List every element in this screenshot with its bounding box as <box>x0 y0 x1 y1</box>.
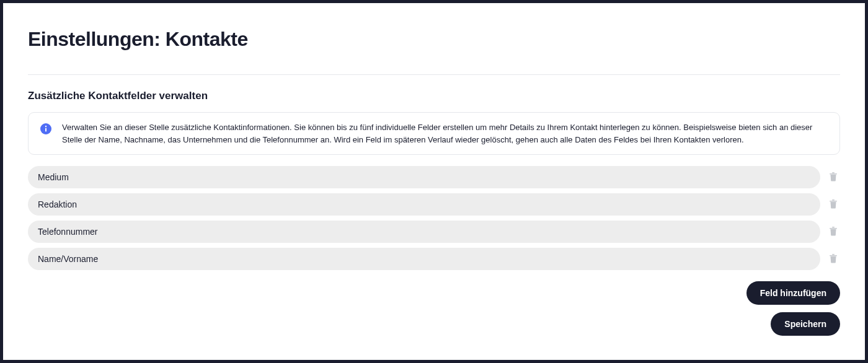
svg-rect-10 <box>832 254 835 255</box>
fields-list <box>28 166 840 270</box>
trash-icon <box>829 253 838 265</box>
page-title: Einstellungen: Kontakte <box>28 28 840 51</box>
save-button[interactable]: Speichern <box>771 312 840 336</box>
trash-icon <box>829 172 838 183</box>
trash-icon <box>829 199 838 211</box>
svg-rect-6 <box>832 199 835 201</box>
field-row <box>28 248 840 270</box>
field-row <box>28 193 840 216</box>
field-row <box>28 166 840 188</box>
delete-field-button[interactable] <box>826 169 840 186</box>
info-box: Verwalten Sie an dieser Stelle zusätzlic… <box>28 112 840 155</box>
contact-field-input[interactable] <box>28 221 820 243</box>
app-frame: Einstellungen: Kontakte Zusätzliche Kont… <box>3 3 865 360</box>
section-title: Zusätzliche Kontaktfelder verwalten <box>28 90 840 102</box>
svg-rect-5 <box>830 201 837 202</box>
info-icon <box>40 123 52 135</box>
svg-rect-7 <box>830 228 837 229</box>
svg-point-1 <box>45 126 46 127</box>
divider <box>28 74 840 75</box>
actions: Feld hinzufügen Speichern <box>28 281 840 336</box>
trash-icon <box>829 226 838 238</box>
contact-field-input[interactable] <box>28 193 820 216</box>
info-text: Verwalten Sie an dieser Stelle zusätzlic… <box>62 121 828 146</box>
svg-rect-2 <box>45 128 46 132</box>
svg-rect-4 <box>832 172 835 173</box>
contact-field-input[interactable] <box>28 166 820 188</box>
add-field-button[interactable]: Feld hinzufügen <box>746 281 840 305</box>
delete-field-button[interactable] <box>826 224 840 240</box>
svg-rect-8 <box>832 227 835 228</box>
delete-field-button[interactable] <box>826 196 840 213</box>
svg-rect-3 <box>830 173 837 175</box>
field-row <box>28 221 840 243</box>
contact-field-input[interactable] <box>28 248 820 270</box>
svg-rect-9 <box>830 255 837 256</box>
delete-field-button[interactable] <box>826 251 840 268</box>
